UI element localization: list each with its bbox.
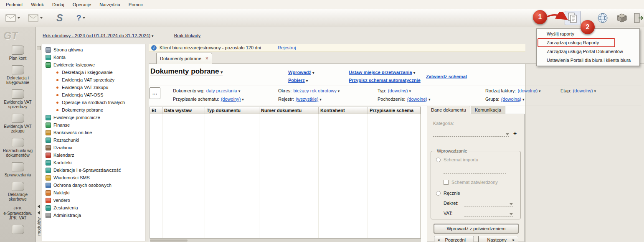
close-tab-icon[interactable] [205,56,208,61]
tree-item-operacje-srodki-trwale[interactable]: Operacje na środkach trwałych [42,99,145,106]
pin-icon[interactable] [37,46,41,50]
register-link[interactable]: Rejestruj [278,45,296,50]
menu-item-ustawienia-portali[interactable]: Ustawienia Portali dla biura i klienta b… [537,56,639,65]
reports-menu-button[interactable] [565,11,581,25]
sidebar-item-rozrachunki[interactable]: Rozrachunki wg dokumentów [0,136,35,160]
przypisz-schemat-link[interactable]: Przypisz schemat automatycznie [349,78,421,83]
vat-dropdown[interactable] [464,211,513,217]
category-dropdown[interactable] [433,131,509,137]
menu-podmiot[interactable]: Podmiot [2,1,27,8]
tree-item-finanse[interactable]: Finanse [42,121,145,129]
tree-item-ewidencja-vat-sprzedazy[interactable]: Ewidencja VAT sprzedaży [42,76,145,84]
sidebar-item-vat-sprzedazy[interactable]: Ewidencja VAT sprzedaży [0,87,35,112]
tree-item-ewidencja-vat-oss[interactable]: Ewidencja VAT-OSS [42,91,145,99]
page-title[interactable]: Dokumenty pobrane [150,67,223,76]
tree-item-strona-glowna[interactable]: Strona główna [42,46,145,53]
confirm-entry-button[interactable]: Wprowadź z potwierdzeniem [434,224,518,233]
checkbox-schemat-zatwierdzony[interactable] [444,180,449,185]
filter-value[interactable]: (dowolny) [517,88,540,93]
new-message-button[interactable] [3,11,22,25]
modules-button[interactable] [614,11,630,25]
column-header-et[interactable]: Et [150,107,162,114]
tree-item-vendero[interactable]: vendero [42,196,145,204]
next-button[interactable]: Następny> [478,236,518,242]
menu-pomoc[interactable]: Pomoc [124,1,147,8]
tree-item-naklejki[interactable]: Naklejki [42,189,145,196]
filter-value[interactable]: (dowolne) [407,97,431,102]
filter-value[interactable]: (dowolna) [501,97,525,102]
tree-item-administracja[interactable]: Administracja [42,211,145,219]
panel-splitter[interactable] [421,107,426,242]
lock-status-link[interactable]: Brak blokady [174,33,201,38]
tree-item-ochrona-danych[interactable]: Ochrona danych osobowych [42,181,145,189]
sidebar-item-sprawozdania[interactable]: Sprawozdania [0,160,35,180]
column-header-kontrahent[interactable]: Kontrahent [319,107,368,114]
tree-item-ewidencja-vat-zakupu[interactable]: Ewidencja VAT zakupu [42,84,145,91]
fiscal-year-selector[interactable]: Rok obrotowy - 2024 (od 01-01-2024 do 31… [43,33,154,38]
exit-button[interactable] [631,11,644,25]
tree-item-dokumenty-pobrane[interactable]: Dokumenty pobrane [42,106,145,114]
tree-item-deklaracje[interactable]: Deklaracje i e-Sprawozdawczość [42,166,145,174]
tree-item-zestawienia[interactable]: Zestawienia [42,204,145,211]
menu-dodaj[interactable]: Dodaj [48,1,68,8]
sidebar-item-partial[interactable] [0,223,35,238]
sidebar-item-dekretacja[interactable]: Dekretacja i księgowanie [0,63,35,87]
filter-value[interactable]: (wszystkie) [296,97,322,102]
collapse-panel-icon[interactable] [38,205,40,208]
menu-item-zarzadzaj-portal-dokumentow[interactable]: Zarządzaj usługą Portal Dokumentów [537,47,639,56]
tree-item-ewidencje-pomocnicze[interactable]: Ewidencje pomocnicze [42,114,145,121]
tree-item-dzialania[interactable]: Działania [42,144,145,151]
tree-item-bankowosc[interactable]: Bankowość on-line [42,129,145,136]
more-filters-button[interactable]: ... [150,87,160,99]
sidebar-item-deklaracje[interactable]: Deklaracje skarbowe [0,180,35,204]
dekret-dropdown[interactable] [464,201,513,206]
menu-widok[interactable]: Widok [27,1,48,8]
online-services-button[interactable] [595,11,611,25]
bullet-icon [56,102,58,104]
tree-item-ewidencje-ksiegowe[interactable]: Ewidencje księgowe [42,61,145,69]
tree-item-kartoteki[interactable]: Kartoteki [42,159,145,166]
help-button[interactable]: ? [74,11,87,25]
sidebar-item-jpk[interactable]: JPK e-Sprawozdaw. JPK_VAT [0,204,35,223]
filter-value[interactable]: daty przesłania [206,88,241,93]
column-header-data-wystaw[interactable]: Data wystaw [162,107,205,114]
column-header-przypisanie-schema[interactable]: Przypisanie schema [368,107,421,114]
collapse-panel-icon[interactable] [38,211,40,214]
tree-item-kalendarz[interactable]: Kalendarz [42,151,145,159]
menu-operacje[interactable]: Operacje [68,1,96,8]
tab-dokumenty-pobrane[interactable]: Dokumenty pobrane [156,53,212,64]
filter-value[interactable]: bieżący rok obrotowy [293,88,340,93]
vat-label: VAT: [444,211,453,216]
tree-item-dekretacja[interactable]: Dekretacja i księgowanie [42,69,145,76]
scrollbar-thumb[interactable] [150,239,188,242]
pobierz-link[interactable]: Pobierz [288,78,308,83]
filter-value[interactable]: (dowolny) [388,88,411,93]
column-header-typ-dokumentu[interactable]: Typ dokumentu [205,107,259,114]
exit-door-icon [633,12,644,24]
ustaw-miejsce-link[interactable]: Ustaw miejsce przetwarzania [349,70,415,75]
column-header-numer-dokumentu[interactable]: Numer dokumentu [259,107,319,114]
filter-value[interactable]: (dowolny) [221,97,244,102]
tab-dane-dokumentu[interactable]: Dane dokumentu [427,106,470,114]
tree-item-label: Rozrachunki [53,138,79,143]
menu-item-zarzadzaj-usluga-raporty[interactable]: Zarządzaj usługą Raporty [537,38,639,47]
sfera-button[interactable]: S [54,11,65,25]
wprowadz-link[interactable]: Wprowadź [288,70,314,75]
menu-narzedzia[interactable]: Narzędzia [95,1,124,8]
previous-button[interactable]: <Poprzedni [434,236,474,242]
filter-value[interactable]: (dowolny) [573,88,596,93]
send-message-button[interactable] [26,11,45,25]
tree-item-konta[interactable]: Konta [42,53,145,61]
schemat-dropdown[interactable] [444,168,506,174]
add-category-button[interactable]: + [513,130,517,137]
horizontal-scrollbar[interactable] [150,239,421,242]
tree-item-rozrachunki[interactable]: Rozrachunki [42,136,145,144]
zatwierdz-schemat-link[interactable]: Zatwierdź schemat [426,74,467,79]
fiscal-bar: Rok obrotowy - 2024 (od 01-01-2024 do 31… [43,33,220,41]
sidebar-item-plan-kont[interactable]: Plan kont [0,43,35,63]
tab-komunikacja[interactable]: Komunikacja [471,106,505,114]
sidebar-item-vat-zakupu[interactable]: Ewidencja VAT zakupu [0,112,35,136]
tree-item-wiadomosci-sms[interactable]: Wiadomości SMS [42,174,145,181]
radio-recznie[interactable] [436,191,441,196]
radio-schemat-importu[interactable] [436,158,441,162]
